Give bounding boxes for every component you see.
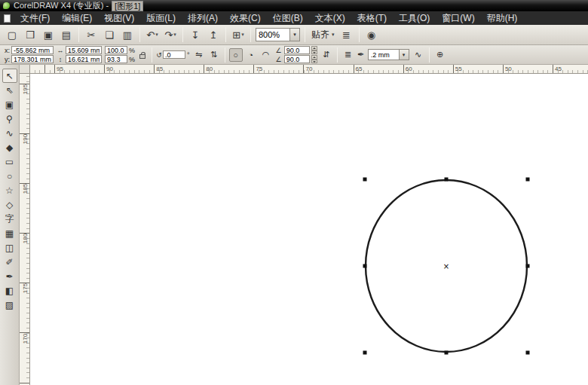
ruler-label: 65	[356, 65, 363, 73]
selection-handle[interactable]	[526, 178, 530, 182]
eyedropper-tool[interactable]: ✐	[2, 255, 17, 269]
selection-handle[interactable]	[526, 264, 530, 268]
object-width-field[interactable]	[66, 46, 102, 54]
menu-item-11[interactable]: 窗口(W)	[436, 11, 480, 25]
horizontal-ruler[interactable]: 9590858075706560555045	[30, 65, 588, 74]
print-button[interactable]: ▤	[58, 26, 75, 43]
start-angle-field[interactable]	[284, 46, 310, 54]
drawing-canvas[interactable]: ×	[30, 74, 588, 385]
menu-item-12[interactable]: 帮助(H)	[481, 11, 524, 25]
interactive-blend-tool[interactable]: ◫	[2, 240, 17, 255]
rotation-angle-field[interactable]	[163, 50, 185, 59]
app-launcher-icon: ⊞	[232, 29, 240, 41]
zoom-level-combo[interactable]: ▾	[256, 28, 300, 41]
selection-handle[interactable]	[363, 351, 367, 355]
undo-button[interactable]: ↶▾	[144, 26, 161, 43]
crop-tool[interactable]: ▣	[2, 97, 17, 112]
scale-horizontal-field[interactable]	[105, 46, 127, 54]
menu-item-2[interactable]: 编辑(E)	[56, 11, 98, 25]
chevron-down-icon[interactable]: ▾	[289, 29, 299, 41]
copy-button[interactable]: ❏	[101, 26, 118, 43]
outline-width-input[interactable]	[369, 50, 399, 60]
arc-mode-button[interactable]: ◠	[259, 48, 273, 62]
convert-to-curves-button[interactable]: ∿	[412, 48, 425, 62]
table-tool[interactable]: ▦	[2, 226, 17, 240]
import-button[interactable]: ↧	[187, 26, 204, 43]
pie-mode-button[interactable]: ◔	[244, 48, 258, 62]
mirror-horizontal-button[interactable]: ⇋	[192, 48, 206, 62]
polygon-tool[interactable]: ☆	[2, 183, 17, 197]
toolbar-separator	[250, 27, 251, 42]
freehand-tool[interactable]: ∿	[2, 126, 17, 140]
export-button[interactable]: ↥	[205, 26, 222, 43]
wrap-text-button[interactable]: ≣	[341, 48, 355, 62]
object-width-icon: ↔	[57, 47, 64, 54]
app-launcher-button[interactable]: ⊞▾	[230, 26, 247, 43]
chevron-down-icon[interactable]: ▾	[399, 50, 409, 60]
cut-button[interactable]: ✂	[83, 26, 100, 43]
ruler-origin-corner[interactable]	[20, 65, 30, 74]
redo-button[interactable]: ↷▾	[162, 26, 179, 43]
quick-customize-icon: ⊕	[436, 50, 443, 60]
ruler-label: 180	[22, 234, 29, 244]
menu-item-5[interactable]: 排列(A)	[182, 11, 224, 25]
chevron-down-icon: ▾	[332, 32, 335, 38]
selection-handle[interactable]	[363, 264, 367, 268]
menu-item-9[interactable]: 表格(T)	[351, 11, 393, 25]
menu-item-3[interactable]: 视图(V)	[98, 11, 140, 25]
zoom-level-input[interactable]	[256, 29, 289, 41]
ellipse-tool-icon: ○	[7, 171, 12, 182]
text-tool[interactable]: 字	[2, 212, 17, 226]
ruler-label: 190	[22, 134, 29, 145]
print-icon: ▤	[62, 29, 71, 41]
selection-handle[interactable]	[445, 351, 449, 355]
new-document-button[interactable]: ▢	[4, 26, 20, 43]
quick-customize-button[interactable]: ⊕	[433, 48, 447, 62]
ruler-label: 95	[57, 65, 63, 73]
outline-width-combo[interactable]: ▾	[368, 49, 409, 60]
welcome-screen-button[interactable]: ◉	[363, 26, 380, 43]
zoom-tool[interactable]: ⚲	[2, 112, 17, 126]
start-angle-stepper[interactable]	[311, 46, 317, 54]
selection-handle[interactable]	[526, 351, 530, 355]
smart-fill-tool[interactable]: ◆	[2, 140, 17, 154]
pick-tool[interactable]: ↖	[2, 69, 17, 83]
options-button[interactable]: ≣	[338, 26, 355, 43]
arc-direction-button[interactable]: ⇵	[320, 48, 333, 62]
selection-handle[interactable]	[363, 178, 367, 182]
snap-to-dropdown[interactable]: 贴齐 ▾	[308, 27, 338, 42]
x-position-field[interactable]	[11, 46, 54, 54]
paste-button[interactable]: ▥	[119, 26, 136, 43]
menu-item-6[interactable]: 效果(C)	[224, 11, 267, 25]
ruler-label: 70	[306, 65, 313, 73]
lock-ratio-button[interactable]	[136, 47, 149, 63]
menu-item-10[interactable]: 工具(O)	[393, 11, 436, 25]
menu-bar: 文件(F)编辑(E)视图(V)版面(L)排列(A)效果(C)位图(B)文本(X)…	[0, 11, 588, 25]
ruler-label: 75	[256, 65, 262, 73]
shape-tool[interactable]: ⇖	[2, 83, 17, 97]
vertical-ruler[interactable]: 195190185180175170	[20, 74, 30, 385]
menu-item-1[interactable]: 文件(F)	[14, 11, 56, 25]
ellipse-tool[interactable]: ○	[2, 169, 17, 183]
y-position-field[interactable]	[11, 55, 54, 63]
open-button[interactable]: ❒	[22, 26, 38, 43]
rectangle-tool[interactable]: ▭	[2, 154, 17, 169]
basic-shapes-tool[interactable]: ◇	[2, 197, 17, 212]
ellipse-mode-button[interactable]: ○	[229, 48, 243, 62]
menu-item-7[interactable]: 位图(B)	[267, 11, 309, 25]
menu-item-8[interactable]: 文本(X)	[309, 11, 351, 25]
object-height-field[interactable]	[66, 55, 102, 63]
save-button[interactable]: ▣	[40, 26, 57, 43]
outline-pen-tool[interactable]: ✒	[2, 269, 17, 283]
fill-tool[interactable]: ◧	[2, 283, 17, 298]
end-angle-field[interactable]	[284, 55, 310, 63]
arc-icon: ◠	[262, 50, 270, 60]
end-angle-stepper[interactable]	[311, 55, 317, 63]
drawing-canvas-svg: ×	[30, 74, 588, 385]
scale-vertical-field[interactable]	[105, 55, 127, 63]
mirror-vertical-button[interactable]: ⇅	[207, 48, 221, 62]
interactive-fill-tool[interactable]: ▨	[2, 298, 17, 312]
menu-item-4[interactable]: 版面(L)	[140, 11, 182, 25]
selection-handle[interactable]	[445, 178, 449, 182]
convert-to-curves-icon: ∿	[415, 50, 421, 60]
